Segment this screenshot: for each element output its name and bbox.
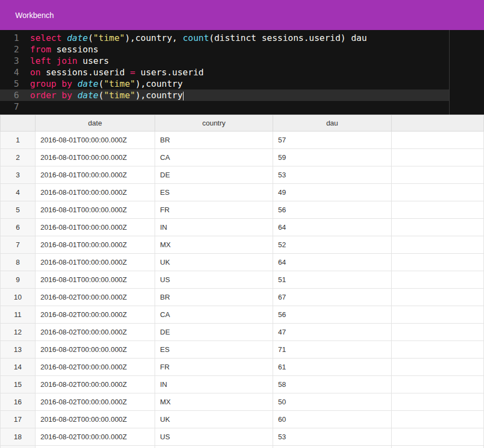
cell[interactable]: 2016-08-01T00:00:00.000Z (36, 254, 155, 271)
cell[interactable]: 2016-08-02T00:00:00.000Z (36, 289, 155, 306)
cell[interactable]: 2016-08-02T00:00:00.000Z (36, 306, 155, 324)
cell[interactable] (392, 166, 484, 184)
cell[interactable] (392, 446, 484, 448)
editor-code-area[interactable]: 1select date("time"),country, count(dist… (0, 30, 449, 115)
cell[interactable]: ES (155, 184, 273, 201)
cell[interactable]: UK (155, 254, 273, 271)
row-number[interactable]: 17 (1, 411, 36, 428)
cell[interactable]: 58 (273, 376, 392, 393)
cell[interactable]: 2016-08-02T00:00:00.000Z (36, 359, 155, 376)
cell[interactable]: 2016-08-02T00:00:00.000Z (36, 324, 155, 341)
cell[interactable]: MX (155, 393, 273, 411)
cell[interactable] (392, 149, 484, 166)
editor-line[interactable]: 2from sessions (0, 44, 449, 55)
cell[interactable] (36, 446, 155, 448)
cell[interactable]: 51 (273, 271, 392, 289)
row-number[interactable]: 6 (1, 219, 36, 236)
cell[interactable]: FR (155, 359, 273, 376)
row-number[interactable]: 14 (1, 359, 36, 376)
cell[interactable]: 2016-08-02T00:00:00.000Z (36, 411, 155, 428)
editor-line[interactable]: 4on sessions.userid = users.userid (0, 67, 449, 78)
cell[interactable] (392, 324, 484, 341)
cell[interactable]: 2016-08-01T00:00:00.000Z (36, 236, 155, 254)
cell[interactable]: BR (155, 289, 273, 306)
editor-line[interactable]: 1select date("time"),country, count(dist… (0, 32, 449, 44)
column-header-dau[interactable]: dau (273, 115, 392, 132)
cell[interactable]: FR (155, 201, 273, 219)
cell[interactable] (392, 271, 484, 289)
cell[interactable] (392, 359, 484, 376)
cell[interactable] (392, 184, 484, 201)
cell[interactable]: 56 (273, 306, 392, 324)
editor-line[interactable]: 3left join users (0, 55, 449, 67)
cell[interactable]: 59 (273, 149, 392, 166)
cell[interactable]: UK (155, 411, 273, 428)
row-number[interactable]: 4 (1, 184, 36, 201)
cell[interactable] (392, 306, 484, 324)
cell[interactable]: ES (155, 341, 273, 359)
cell[interactable]: DE (155, 166, 273, 184)
cell[interactable] (392, 393, 484, 411)
cell[interactable] (155, 446, 273, 448)
cell[interactable]: IN (155, 376, 273, 393)
row-number[interactable]: 8 (1, 254, 36, 271)
cell[interactable]: 2016-08-01T00:00:00.000Z (36, 132, 155, 149)
cell[interactable]: 57 (273, 132, 392, 149)
cell[interactable]: 49 (273, 184, 392, 201)
column-header-blank[interactable] (1, 115, 36, 132)
cell[interactable]: 2016-08-01T00:00:00.000Z (36, 201, 155, 219)
cell[interactable]: CA (155, 149, 273, 166)
cell[interactable]: 2016-08-01T00:00:00.000Z (36, 166, 155, 184)
cell[interactable]: 2016-08-02T00:00:00.000Z (36, 428, 155, 446)
column-header-date[interactable]: date (36, 115, 155, 132)
cell[interactable]: 2016-08-01T00:00:00.000Z (36, 271, 155, 289)
editor-line-active[interactable]: 6order by date("time"),country (0, 89, 449, 101)
cell[interactable] (392, 254, 484, 271)
cell[interactable]: 2016-08-01T00:00:00.000Z (36, 219, 155, 236)
row-number[interactable]: 10 (1, 289, 36, 306)
cell[interactable] (392, 219, 484, 236)
row-number[interactable]: 13 (1, 341, 36, 359)
editor-line[interactable]: 5group by date("time"),country (0, 78, 449, 89)
cell[interactable] (273, 446, 392, 448)
row-number[interactable]: 1 (1, 132, 36, 149)
cell[interactable] (392, 236, 484, 254)
editor-line[interactable]: 7 (0, 101, 449, 112)
cell[interactable]: 56 (273, 201, 392, 219)
editor-scrollbar-track[interactable] (449, 30, 484, 115)
cell[interactable]: DE (155, 324, 273, 341)
row-number[interactable]: 11 (1, 306, 36, 324)
cell[interactable]: 47 (273, 324, 392, 341)
cell[interactable] (392, 428, 484, 446)
cell[interactable]: 2016-08-01T00:00:00.000Z (36, 184, 155, 201)
row-number[interactable]: 18 (1, 428, 36, 446)
cell[interactable] (392, 411, 484, 428)
cell[interactable]: CA (155, 306, 273, 324)
cell[interactable]: 64 (273, 254, 392, 271)
cell[interactable]: MX (155, 236, 273, 254)
cell[interactable]: 2016-08-01T00:00:00.000Z (36, 149, 155, 166)
cell[interactable]: US (155, 428, 273, 446)
row-number[interactable]: 3 (1, 166, 36, 184)
cell[interactable]: 64 (273, 219, 392, 236)
cell[interactable] (392, 376, 484, 393)
cell[interactable]: 71 (273, 341, 392, 359)
cell[interactable]: 53 (273, 166, 392, 184)
cell[interactable]: 52 (273, 236, 392, 254)
column-header-blank[interactable] (392, 115, 484, 132)
cell[interactable]: 2016-08-02T00:00:00.000Z (36, 376, 155, 393)
row-number[interactable] (1, 446, 36, 448)
cell[interactable] (392, 201, 484, 219)
cell[interactable] (392, 341, 484, 359)
row-number[interactable]: 15 (1, 376, 36, 393)
row-number[interactable]: 9 (1, 271, 36, 289)
row-number[interactable]: 16 (1, 393, 36, 411)
cell[interactable]: 60 (273, 411, 392, 428)
cell[interactable] (392, 289, 484, 306)
cell[interactable]: BR (155, 132, 273, 149)
cell[interactable]: 2016-08-02T00:00:00.000Z (36, 341, 155, 359)
cell[interactable]: 50 (273, 393, 392, 411)
cell[interactable]: 2016-08-02T00:00:00.000Z (36, 393, 155, 411)
column-header-country[interactable]: country (155, 115, 273, 132)
cell[interactable] (392, 132, 484, 149)
